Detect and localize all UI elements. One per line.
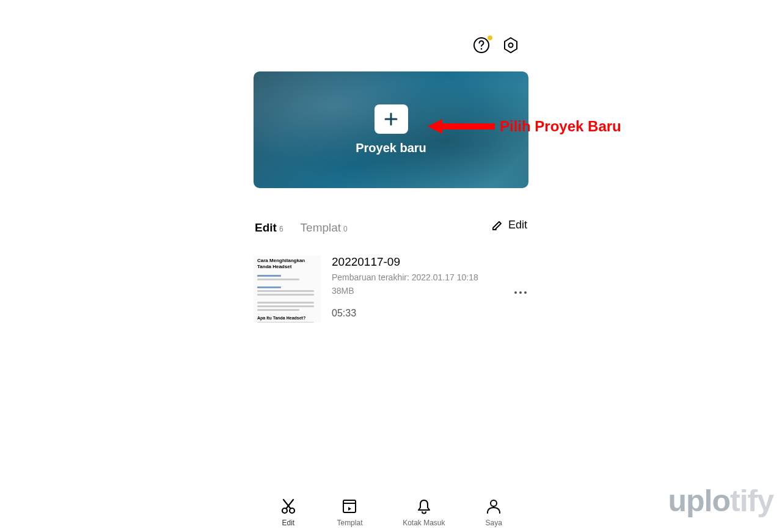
project-thumbnail: Cara Menghilangkan Tanda Headset Apa Itu… [254, 255, 321, 322]
nav-templat-label: Templat [337, 519, 362, 527]
svg-point-9 [491, 500, 497, 506]
nav-inbox[interactable]: Kotak Masuk [403, 498, 445, 527]
thumbnail-title: Cara Menghilangkan Tanda Headset [257, 258, 317, 269]
template-icon [341, 498, 358, 515]
watermark-part1: uplo [668, 484, 730, 518]
settings-button[interactable] [502, 37, 519, 56]
nav-profile[interactable]: Saya [485, 498, 502, 527]
tab-templat-count: 0 [343, 225, 348, 233]
pencil-icon [491, 219, 503, 231]
svg-rect-8 [343, 500, 356, 512]
edit-action-button[interactable]: Edit [491, 219, 527, 231]
project-duration: 05:33 [332, 308, 528, 319]
nav-edit[interactable]: Edit [280, 498, 297, 527]
settings-hex-icon [502, 37, 519, 54]
new-project-plus-button[interactable] [375, 104, 408, 134]
help-button[interactable] [473, 37, 490, 56]
svg-point-5 [524, 291, 527, 294]
tab-templat[interactable]: Templat 0 [301, 221, 348, 235]
tab-templat-label: Templat [301, 221, 342, 235]
tab-edit-count: 6 [279, 225, 283, 233]
scissors-icon [280, 498, 297, 515]
watermark-part2: tify [730, 484, 773, 518]
svg-point-1 [481, 48, 483, 50]
annotation-text: Pilih Proyek Baru [500, 118, 621, 135]
svg-point-4 [519, 291, 522, 294]
tab-edit[interactable]: Edit 6 [255, 221, 283, 235]
app-screen: Proyek baru Edit 6 Templat 0 Edit Cara M… [254, 0, 528, 532]
more-horizontal-icon [514, 291, 527, 294]
svg-point-3 [514, 291, 517, 294]
watermark-logo: uplotify [668, 483, 773, 519]
header-icons [473, 37, 519, 56]
project-updated: Pembaruan terakhir: 2022.01.17 10:18 [332, 272, 528, 282]
tabs-row: Edit 6 Templat 0 Edit [254, 219, 528, 235]
bell-icon [415, 498, 433, 515]
new-project-label: Proyek baru [356, 141, 426, 155]
plus-icon [382, 111, 400, 128]
tabs-left: Edit 6 Templat 0 [255, 221, 348, 235]
nav-edit-label: Edit [282, 519, 294, 527]
nav-templat[interactable]: Templat [337, 498, 362, 527]
project-title: 20220117-09 [332, 255, 528, 269]
project-info: 20220117-09 Pembaruan terakhir: 2022.01.… [332, 255, 528, 319]
edit-action-label: Edit [508, 219, 527, 231]
thumbnail-subtitle: Apa Itu Tanda Headset? [257, 316, 317, 320]
project-list-item[interactable]: Cara Menghilangkan Tanda Headset Apa Itu… [254, 255, 528, 322]
project-size: 38MB [332, 286, 528, 296]
annotation-callout: Pilih Proyek Baru [428, 117, 621, 136]
nav-inbox-label: Kotak Masuk [403, 519, 445, 527]
tab-edit-label: Edit [255, 221, 277, 235]
svg-point-2 [509, 43, 513, 48]
person-icon [485, 498, 502, 515]
bottom-navigation: Edit Templat Kotak Masuk Saya [254, 498, 528, 527]
notification-dot [488, 35, 492, 40]
project-more-button[interactable] [514, 285, 527, 297]
arrow-left-icon [428, 117, 495, 136]
nav-profile-label: Saya [485, 519, 502, 527]
